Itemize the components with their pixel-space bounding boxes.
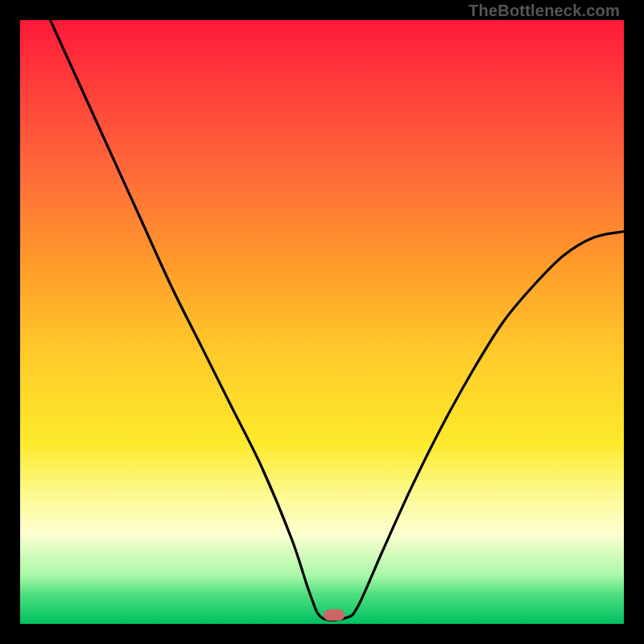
chart-area [20,20,624,624]
minimum-marker [324,609,345,621]
chart-svg [20,20,624,624]
curve-path [51,20,625,620]
attribution-label: TheBottleneck.com [469,2,620,20]
